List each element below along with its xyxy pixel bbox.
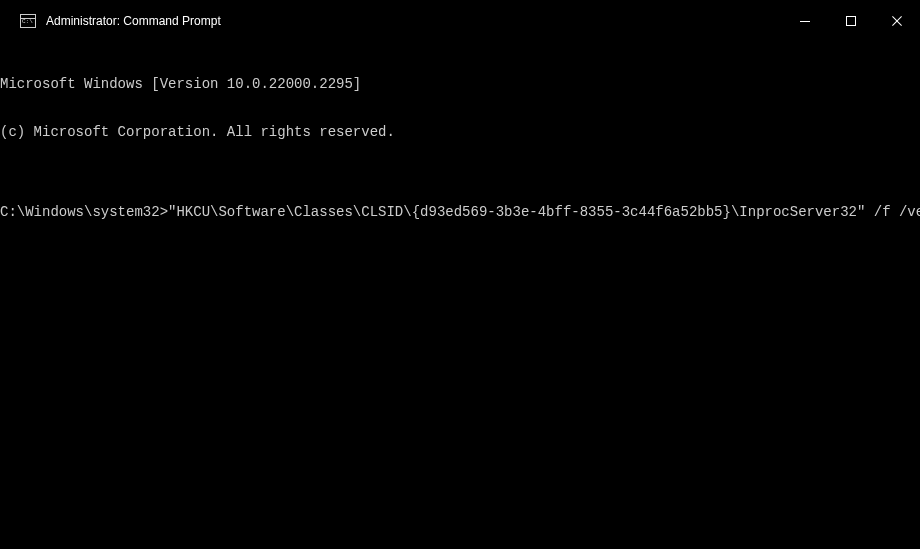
command-input[interactable]: "HKCU\Software\Classes\CLSID\{d93ed569-3… [168, 204, 920, 220]
maximize-icon [846, 16, 856, 26]
window-controls [782, 0, 920, 42]
minimize-button[interactable] [782, 0, 828, 42]
window-title: Administrator: Command Prompt [46, 14, 221, 28]
output-line: Microsoft Windows [Version 10.0.22000.22… [0, 76, 920, 92]
close-icon [892, 16, 902, 26]
minimize-icon [800, 21, 810, 22]
maximize-button[interactable] [828, 0, 874, 42]
titlebar: Administrator: Command Prompt [0, 0, 920, 42]
prompt-line: C:\Windows\system32>"HKCU\Software\Class… [0, 204, 920, 220]
cmd-icon [20, 14, 36, 28]
terminal-area[interactable]: Microsoft Windows [Version 10.0.22000.22… [0, 42, 920, 236]
titlebar-left: Administrator: Command Prompt [20, 14, 221, 28]
output-line: (c) Microsoft Corporation. All rights re… [0, 124, 920, 140]
prompt-text: C:\Windows\system32> [0, 204, 168, 220]
close-button[interactable] [874, 0, 920, 42]
